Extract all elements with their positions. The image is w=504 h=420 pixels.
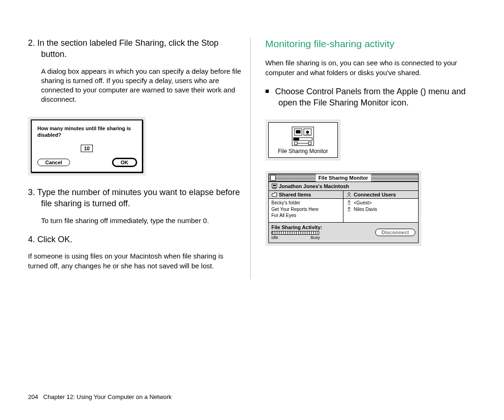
icon-label: File Sharing Monitor	[278, 148, 328, 154]
svg-point-14	[348, 201, 350, 203]
owner-row: Jonathon Jones's Macintosh	[269, 182, 418, 191]
step-4-body: If someone is using files on your Macint…	[28, 252, 244, 271]
svg-point-15	[348, 207, 350, 209]
list-item[interactable]: Get Your Reports Here	[272, 206, 341, 213]
shared-items-header: Shared Items	[269, 191, 343, 199]
list-item[interactable]: For All Eyes	[272, 212, 341, 219]
activity-row: File Sharing Activity: Idle Busy Disconn…	[269, 223, 418, 243]
bullet-text-pre: Choose Control Panels from the Apple (	[275, 87, 423, 96]
svg-rect-7	[294, 142, 297, 145]
activity-label: File Sharing Activity:	[272, 224, 376, 230]
section-intro: When file sharing is on, you can see who…	[266, 58, 481, 77]
bullet-step: Choose Control Panels from the Apple () …	[266, 86, 481, 109]
list-item[interactable]: Niles Davis	[346, 206, 415, 213]
mac-icon	[272, 183, 277, 189]
step-4: 4. Click OK.	[28, 234, 244, 245]
page-footer: 204 Chapter 12: Using Your Computer on a…	[28, 393, 172, 400]
close-icon[interactable]	[270, 175, 276, 181]
delay-dialog: How many minutes until file sharing is d…	[28, 117, 146, 176]
connected-users-list[interactable]: <Guest> Niles Davis	[343, 199, 418, 223]
chapter-label: Chapter 12: Using Your Computer on a Net…	[43, 393, 172, 400]
file-sharing-monitor-window-frame: File Sharing Monitor Jonathon Jones's Ma…	[266, 171, 421, 246]
file-sharing-monitor-icon[interactable]	[292, 126, 314, 146]
file-sharing-monitor-window: File Sharing Monitor Jonathon Jones's Ma…	[268, 174, 419, 243]
svg-rect-8	[308, 142, 311, 145]
connected-users-header: Connected Users	[343, 191, 418, 199]
right-column: Monitoring file-sharing activity When fi…	[264, 37, 481, 279]
svg-rect-6	[294, 138, 299, 140]
users-icon	[346, 192, 352, 197]
svg-point-4	[306, 131, 309, 133]
folder-icon	[272, 192, 277, 197]
step-3-text: Type the number of minutes you want to e…	[37, 188, 240, 208]
step-4-text: Click OK.	[37, 235, 72, 244]
svg-rect-12	[273, 188, 276, 189]
list-item[interactable]: Becky's folder	[272, 200, 341, 206]
left-column: 2. In the section labeled File Sharing, …	[28, 37, 251, 279]
cancel-button[interactable]: Cancel	[37, 159, 70, 166]
svg-rect-11	[273, 185, 276, 186]
svg-point-13	[348, 193, 350, 195]
step-3-number: 3.	[28, 188, 37, 197]
step-2-number: 2.	[28, 38, 37, 48]
svg-rect-3	[296, 130, 301, 133]
shared-items-list[interactable]: Becky's folder Get Your Reports Here For…	[269, 199, 343, 223]
gauge-busy-label: Busy	[310, 235, 320, 240]
page-number: 204	[28, 393, 38, 400]
step-2: 2. In the section labeled File Sharing, …	[28, 37, 244, 60]
section-title: Monitoring file-sharing activity	[266, 37, 481, 50]
step-2-body: A dialog box appears in which you can sp…	[28, 67, 244, 105]
step-4-number: 4.	[28, 235, 37, 244]
window-titlebar[interactable]: File Sharing Monitor	[269, 174, 418, 182]
user-icon	[346, 200, 352, 205]
bullet-icon	[266, 90, 269, 93]
step-3-body: To turn file sharing off immediately, ty…	[28, 216, 244, 225]
file-sharing-monitor-icon-block: File Sharing Monitor	[266, 119, 341, 161]
step-3: 3. Type the number of minutes you want t…	[28, 187, 244, 210]
delay-dialog-question: How many minutes until file sharing is d…	[37, 125, 136, 139]
list-item[interactable]: <Guest>	[346, 200, 415, 206]
activity-gauge	[272, 231, 319, 235]
gauge-idle-label: Idle	[272, 235, 279, 240]
owner-name: Jonathon Jones's Macintosh	[279, 183, 350, 189]
disconnect-button[interactable]: Disconnect	[375, 229, 415, 236]
ok-button[interactable]: OK	[113, 159, 137, 166]
delay-minutes-field[interactable]: 10	[81, 145, 93, 152]
user-icon	[346, 206, 352, 212]
step-2-text: In the section labeled File Sharing, cli…	[37, 38, 218, 59]
window-title: File Sharing Monitor	[315, 174, 371, 182]
